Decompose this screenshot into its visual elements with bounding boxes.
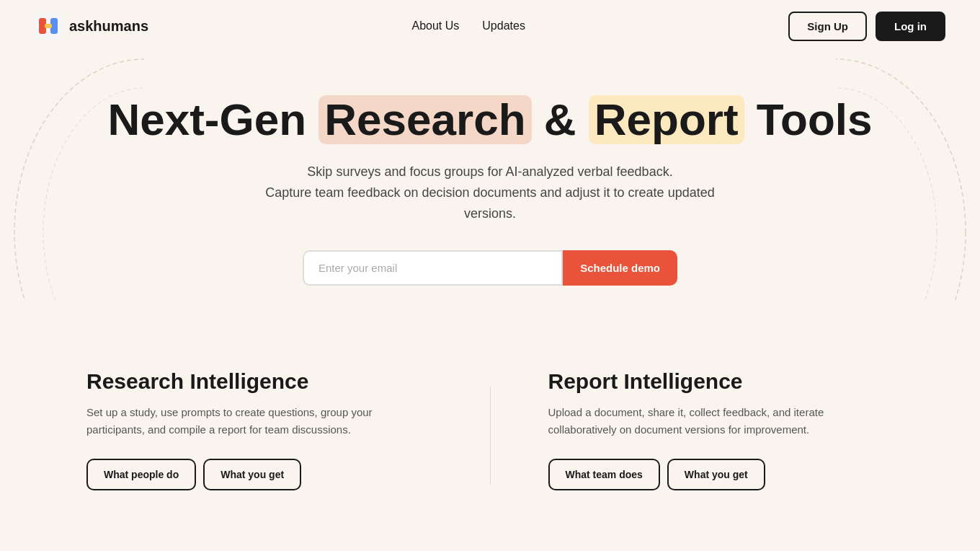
hero-subtitle-line1: Skip surveys and focus groups for AI-ana… [307, 164, 672, 179]
email-input[interactable] [303, 250, 563, 286]
hero-subtitle-line2: Capture team feedback on decision docume… [265, 185, 714, 221]
nav-updates[interactable]: Updates [482, 19, 525, 32]
nav-about-us[interactable]: About Us [411, 19, 459, 32]
hero-title-prefix: Next-Gen [107, 94, 306, 144]
report-card-title: Report Intelligence [548, 369, 894, 394]
logo-text: askhumans [69, 18, 148, 35]
report-card-buttons: What team does What you get [548, 459, 894, 490]
svg-rect-3 [45, 24, 52, 28]
research-card-title: Research Intelligence [86, 369, 432, 394]
schedule-demo-button[interactable]: Schedule demo [563, 250, 677, 286]
hero-title-research: Research [318, 95, 531, 144]
hero-subtitle: Skip surveys and focus groups for AI-ana… [245, 162, 735, 224]
arc-right-decoration [836, 52, 980, 300]
research-card-buttons: What people do What you get [86, 459, 432, 490]
logo-icon [35, 12, 62, 40]
hero-title-connector: & [544, 94, 589, 144]
report-what-you-get-button[interactable]: What you get [667, 459, 765, 490]
navbar: askhumans About Us Updates Sign Up Log i… [0, 0, 980, 52]
cards-section: Research Intelligence Set up a study, us… [0, 300, 980, 542]
report-card: Report Intelligence Upload a document, s… [520, 343, 923, 513]
research-what-people-do-button[interactable]: What people do [86, 459, 196, 490]
research-card-desc: Set up a study, use prompts to create qu… [86, 404, 432, 438]
report-card-desc: Upload a document, share it, collect fee… [548, 404, 894, 438]
logo-link[interactable]: askhumans [35, 12, 148, 40]
nav-links: About Us Updates [411, 19, 525, 32]
sign-up-button[interactable]: Sign Up [788, 12, 867, 41]
log-in-button[interactable]: Log in [876, 12, 945, 41]
research-card: Research Intelligence Set up a study, us… [58, 343, 461, 513]
hero-section: Next-Gen Research & Report Tools Skip su… [0, 52, 980, 300]
card-divider [490, 387, 491, 485]
hero-title-report: Report [589, 95, 744, 144]
hero-title: Next-Gen Research & Report Tools [29, 95, 951, 144]
research-what-you-get-button[interactable]: What you get [203, 459, 301, 490]
report-what-team-does-button[interactable]: What team does [548, 459, 660, 490]
arc-left-decoration [0, 52, 144, 300]
email-form: Schedule demo [303, 250, 677, 286]
nav-actions: Sign Up Log in [788, 12, 945, 41]
hero-title-suffix: Tools [757, 94, 873, 144]
